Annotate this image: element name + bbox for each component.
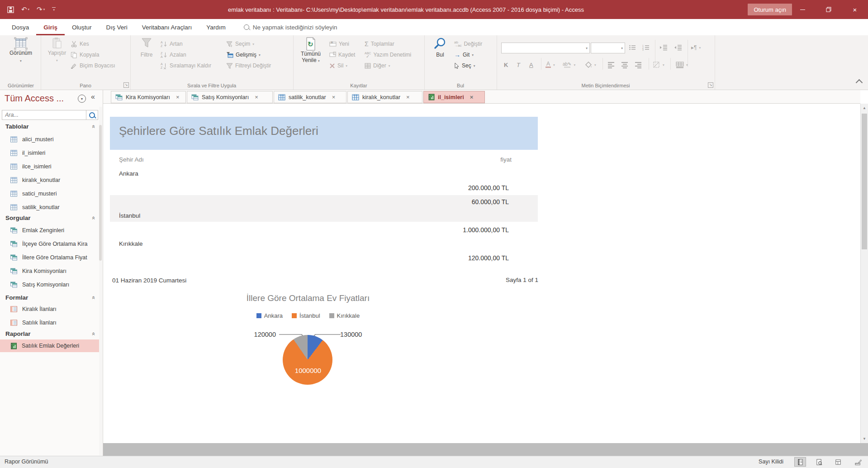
tab-giris[interactable]: Giriş — [36, 19, 65, 35]
paste-button[interactable]: Yapıştır ▾ — [45, 37, 69, 62]
nav-item-alici-musteri[interactable]: alici_musteri — [0, 133, 100, 146]
doc-tab-kira-komisyonlari[interactable]: Kira Komisyonları× — [111, 91, 186, 103]
bullet-list-button[interactable] — [629, 43, 636, 53]
advanced-filter-button[interactable]: ... Gelişmiş▾ — [226, 50, 261, 60]
align-center-button[interactable] — [621, 60, 628, 70]
section-reports[interactable]: Raporlar — [5, 328, 31, 339]
goto-button[interactable]: → Git▾ — [454, 50, 474, 60]
decrease-indent-button[interactable] — [674, 43, 682, 53]
design-view-button[interactable] — [852, 457, 864, 467]
new-record-button[interactable]: ✱ Yeni — [329, 39, 349, 49]
totals-button[interactable]: Σ Toplamlar — [365, 39, 394, 49]
nav-pane-menu-icon[interactable]: ▾ — [78, 95, 86, 103]
increase-indent-button[interactable] — [659, 43, 668, 53]
paragraph-marks-button[interactable]: ▸¶▾ — [691, 43, 701, 53]
doc-tab-satis-komisyonlari[interactable]: Satış Komisyonları× — [187, 91, 273, 103]
tab-dosya[interactable]: Dosya — [5, 19, 36, 35]
more-records-button[interactable]: Diğer▾ — [365, 61, 390, 71]
nav-item-satilik-konutlar[interactable]: satilik_konutlar — [0, 201, 100, 214]
print-preview-button[interactable] — [813, 457, 825, 467]
font-size-combobox[interactable]: ▾ — [591, 43, 625, 53]
undo-icon[interactable]: ↶▾ — [21, 5, 29, 14]
tab-dis-veri[interactable]: Dış Veri — [99, 19, 135, 35]
report-view-button[interactable] — [794, 457, 806, 467]
section-tables[interactable]: Tablolar — [5, 121, 29, 132]
section-queries[interactable]: Sorgular — [5, 212, 31, 223]
selection-filter-button[interactable]: Seçim▾ — [226, 39, 254, 49]
customize-qat-icon[interactable]: ▾ — [52, 7, 56, 12]
save-icon[interactable] — [7, 6, 14, 13]
nav-item-satici-musteri[interactable]: satici_musteri — [0, 187, 100, 200]
section-collapse-icon[interactable]: « — [90, 328, 99, 339]
nav-item-ilce-isimleri[interactable]: ilce_isimleri — [0, 160, 100, 173]
nav-item-illere-gore-ortalama-fiyat[interactable]: İllere Göre Ortalama Fiyat — [0, 251, 100, 264]
doc-tab-satilik-konutlar[interactable]: satilik_konutlar× — [274, 91, 346, 103]
select-button[interactable]: Seç▾ — [454, 61, 475, 71]
section-collapse-icon[interactable]: « — [90, 121, 99, 132]
vertical-scrollbar-thumb[interactable] — [862, 114, 867, 249]
nav-item-satilik-emlak-degerleri[interactable]: Satılık Emlak Değerleri — [0, 339, 100, 352]
delete-record-button[interactable]: Sil▾ — [329, 61, 347, 71]
replace-button[interactable]: ab→ac Değiştir — [454, 39, 482, 49]
save-record-button[interactable]: Kaydet — [329, 50, 355, 60]
close-tab-icon[interactable]: × — [470, 94, 474, 100]
numbered-list-button[interactable]: 123 — [642, 43, 650, 53]
nav-item-il-isimleri[interactable]: il_isimleri — [0, 147, 100, 159]
tab-yardim[interactable]: Yardım — [199, 19, 233, 35]
nav-scrollbar-thumb[interactable] — [99, 125, 102, 261]
layout-view-button[interactable] — [832, 457, 844, 467]
section-collapse-icon[interactable]: « — [90, 212, 99, 223]
horizontal-scroll-band[interactable] — [103, 443, 868, 456]
scroll-down-icon[interactable]: ▼ — [861, 437, 868, 441]
refresh-all-button[interactable]: ↻ Tümünü Yenile ▾ — [297, 37, 325, 64]
nav-scrollbar[interactable] — [99, 107, 102, 455]
close-tab-icon[interactable]: × — [176, 94, 180, 100]
vertical-scrollbar[interactable]: ▲ ▼ — [860, 104, 868, 443]
align-left-button[interactable] — [608, 60, 614, 70]
filter-button[interactable]: Filtre — [136, 37, 157, 58]
close-button[interactable]: × — [842, 0, 868, 19]
remove-sort-button[interactable]: AZ Sıralamayı Kaldır — [160, 61, 211, 71]
minimize-button[interactable] — [789, 0, 816, 19]
doc-tab-il-isimleri[interactable]: il_isimleri× — [423, 91, 485, 103]
nav-item-kira-komisyonlari[interactable]: Kira Komisyonları — [0, 265, 100, 277]
alternate-row-color-button[interactable]: ▾ — [676, 60, 688, 70]
tell-me-search[interactable]: Ne yapmak istediğinizi söyleyin — [244, 19, 337, 35]
scroll-up-icon[interactable]: ▲ — [861, 106, 868, 110]
doc-tab-kiralik-konutlar[interactable]: kiralık_konutlar× — [347, 91, 422, 103]
section-collapse-icon[interactable]: « — [90, 292, 99, 303]
spelling-button[interactable]: ABC✓ Yazım Denetimi — [365, 50, 411, 60]
close-tab-icon[interactable]: × — [332, 94, 336, 100]
sign-in-button[interactable]: Oturum açın — [748, 4, 792, 15]
font-name-combobox[interactable]: ▾ — [501, 43, 590, 53]
copy-button[interactable]: Kopyala — [71, 50, 99, 60]
gridlines-button[interactable]: ▾ — [653, 60, 664, 70]
format-painter-button[interactable]: Biçim Boyacısı — [71, 61, 115, 71]
nav-item-kiralik-ilanlari[interactable]: Kiralık İlanları — [0, 303, 100, 315]
underline-button[interactable]: A — [529, 60, 533, 70]
align-right-button[interactable] — [635, 60, 641, 70]
highlight-color-button[interactable]: ab✎▾ — [563, 60, 575, 70]
bold-button[interactable]: K — [504, 60, 508, 70]
redo-icon[interactable]: ↷▾ — [37, 5, 45, 14]
toggle-filter-button[interactable]: Filtreyi Değiştir — [226, 61, 271, 71]
section-forms[interactable]: Formlar — [5, 292, 28, 303]
fill-color-button[interactable]: ▾ — [585, 60, 596, 70]
nav-item-satilik-ilanlari[interactable]: Satılık İlanları — [0, 316, 100, 329]
nav-item-emlak-zenginleri[interactable]: Emlak Zenginleri — [0, 224, 100, 237]
nav-pane-title[interactable]: Tüm Access ... — [5, 93, 64, 104]
nav-item-ilceye-gore-ortalama-kira[interactable]: İlçeye Göre Ortalama Kira — [0, 238, 100, 250]
nav-item-kiralik-konutlar[interactable]: kiralık_konutlar — [0, 174, 100, 186]
collapse-ribbon-icon[interactable] — [856, 79, 863, 86]
close-tab-icon[interactable]: × — [406, 94, 410, 100]
nav-search-input[interactable] — [2, 110, 92, 119]
restore-button[interactable] — [816, 0, 842, 19]
nav-item-satis-komisyonlari[interactable]: Satış Komisyonları — [0, 278, 100, 291]
sort-descending-button[interactable]: ZA Azalan — [160, 50, 186, 60]
tab-veritabani-araclari[interactable]: Veritabanı Araçları — [135, 19, 199, 35]
cut-button[interactable]: Kes — [71, 39, 89, 49]
nav-search-go[interactable] — [86, 110, 98, 119]
collapse-pane-icon[interactable]: « — [91, 93, 95, 101]
find-button[interactable]: Bul — [430, 37, 451, 58]
italic-button[interactable]: T — [517, 60, 520, 70]
